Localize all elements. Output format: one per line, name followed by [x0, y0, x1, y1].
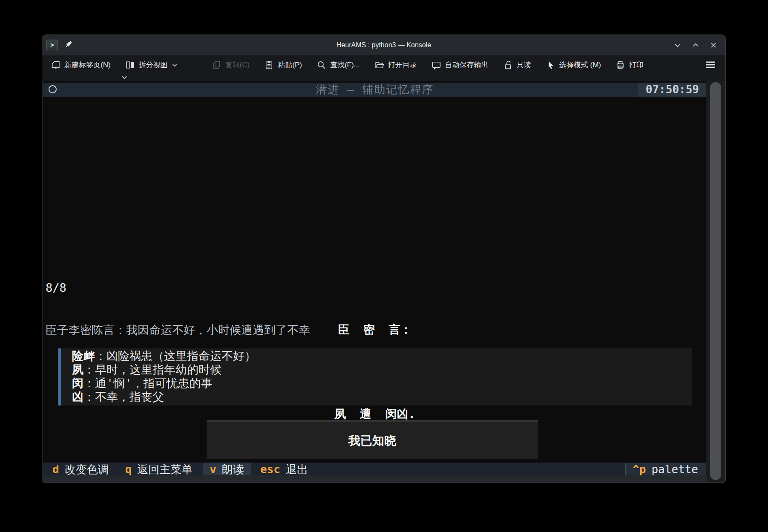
- hamburger-icon: [705, 60, 716, 69]
- minimize-button[interactable]: [673, 41, 682, 49]
- tui-footer: d 改变色调 q 返回主菜单 v 朗读 esc 退出 ^p palette: [43, 463, 707, 476]
- find-label: 查找(F)...: [330, 60, 360, 70]
- footer-palette[interactable]: ^p palette: [625, 463, 707, 476]
- copy-icon: [212, 60, 221, 70]
- cursor-arrow-icon: [546, 60, 555, 70]
- annotation-box: 险衅：凶险祸患（这里指命运不好） 夙：早时，这里指年幼的时候 闵：通'悯'，指可…: [58, 348, 692, 405]
- key-esc: esc: [260, 463, 280, 476]
- key-d-label: 改变色调: [65, 463, 109, 476]
- open-directory-button[interactable]: 打开目录: [374, 60, 417, 70]
- verse-line-1: 臣 密 言：: [43, 322, 707, 336]
- window-title: HeurAMS : python3 — Konsole: [42, 41, 725, 49]
- scrollbar-track[interactable]: [706, 81, 725, 482]
- note-line: 险衅：凶险祸患（这里指命运不好）: [72, 349, 692, 363]
- maximize-button[interactable]: [691, 41, 700, 49]
- footer-key-tint[interactable]: d 改变色调: [52, 463, 109, 476]
- new-tab-label: 新建标签页(N): [64, 60, 111, 70]
- key-q: q: [125, 463, 132, 476]
- progress-counter: 8/8: [46, 281, 310, 295]
- printer-icon: [616, 60, 625, 70]
- paste-icon: [264, 60, 274, 70]
- key-esc-label: 退出: [286, 463, 308, 476]
- new-tab-menu-arrow-icon[interactable]: [121, 73, 127, 82]
- window-bottom-frame: [43, 475, 707, 482]
- acknowledge-button[interactable]: 我已知晓: [207, 420, 538, 459]
- print-label: 打印: [629, 60, 644, 70]
- autosave-output-button[interactable]: 自动保存输出: [431, 60, 489, 70]
- scrollbar-thumb[interactable]: [710, 82, 721, 480]
- hamburger-menu-button[interactable]: [705, 60, 716, 69]
- titlebar: > HeurAMS : python3 — Konsole: [42, 35, 725, 55]
- autosave-output-label: 自动保存输出: [445, 60, 489, 70]
- search-icon: [316, 60, 326, 70]
- note-definition: ：早时，这里指年幼的时候: [83, 363, 221, 376]
- verse-line-3: 夙 遭 闵凶.: [43, 407, 707, 421]
- konsole-window: > HeurAMS : python3 — Konsole: [42, 35, 726, 483]
- paste-label: 粘贴(P): [278, 60, 302, 70]
- new-tab-button[interactable]: 新建标签页(N): [51, 60, 111, 70]
- output-bubble-icon: [431, 60, 441, 70]
- copy-label: 复制(C): [225, 60, 250, 70]
- note-term: 夙: [72, 363, 83, 376]
- note-definition: ：不幸，指丧父: [83, 390, 164, 403]
- copy-button: 复制(C): [212, 60, 250, 70]
- read-only-button[interactable]: 只读: [503, 60, 531, 70]
- tui-clock: 07:50:59: [638, 83, 707, 97]
- key-q-label: 返回主菜单: [137, 463, 193, 476]
- note-line: 闵：通'悯'，指可忧患的事: [72, 377, 692, 390]
- note-term: 凶: [72, 390, 83, 403]
- note-definition: ：通'悯'，指可忧患的事: [83, 377, 213, 390]
- key-v-label: 朗读: [222, 463, 244, 476]
- note-line: 凶：不幸，指丧父: [72, 390, 692, 404]
- find-button[interactable]: 查找(F)...: [316, 60, 360, 70]
- note-term: 险衅: [72, 349, 95, 362]
- print-button[interactable]: 打印: [616, 60, 644, 70]
- close-button[interactable]: [709, 41, 718, 49]
- footer-key-menu[interactable]: q 返回主菜单: [125, 463, 193, 476]
- note-term: 闵: [72, 377, 83, 390]
- footer-key-read[interactable]: v 朗读: [203, 463, 251, 476]
- note-line: 夙：早时，这里指年幼的时候: [72, 363, 692, 377]
- footer-key-exit[interactable]: esc 退出: [260, 463, 308, 476]
- select-mode-label: 选择模式 (M): [559, 60, 601, 70]
- split-view-arrow-icon: [172, 63, 178, 67]
- select-mode-button[interactable]: 选择模式 (M): [546, 60, 601, 70]
- folder-icon: [374, 60, 384, 70]
- key-ctrl-p: ^p: [633, 463, 646, 476]
- key-ctrl-p-label: palette: [651, 463, 698, 476]
- terminal-view[interactable]: 潜进 – 辅助记忆程序 07:50:59 8/8 臣子李密陈言：我因命运不好，小…: [43, 81, 707, 476]
- paste-button[interactable]: 粘贴(P): [264, 60, 302, 70]
- key-v: v: [210, 463, 216, 476]
- read-only-label: 只读: [517, 60, 531, 70]
- tui-title: 潜进 – 辅助记忆程序: [43, 82, 707, 97]
- toolbar: 新建标签页(N) 拆分视图 复制(C): [42, 55, 725, 81]
- key-d: d: [52, 463, 59, 476]
- note-definition: ：凶险祸患（这里指命运不好）: [95, 349, 256, 362]
- split-view-button[interactable]: 拆分视图: [125, 60, 178, 70]
- open-directory-label: 打开目录: [388, 60, 417, 70]
- lock-open-icon: [503, 60, 513, 70]
- split-view-label: 拆分视图: [139, 60, 168, 70]
- tui-header: 潜进 – 辅助记忆程序 07:50:59: [43, 83, 707, 97]
